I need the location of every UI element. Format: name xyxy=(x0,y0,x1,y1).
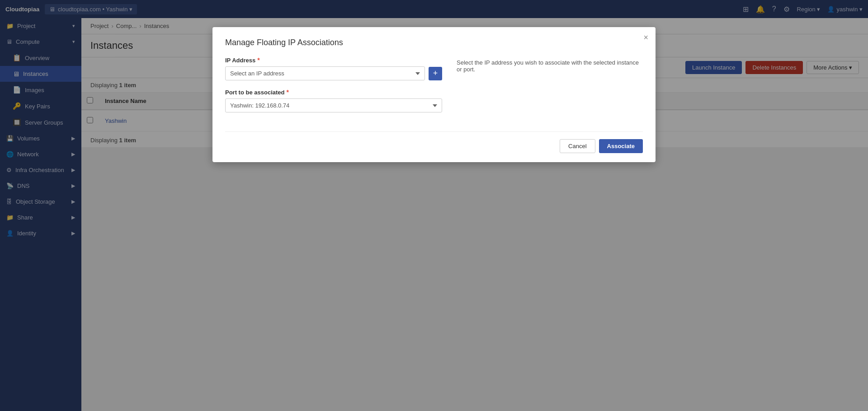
modal-title: Manage Floating IP Associations xyxy=(225,38,643,47)
associate-button[interactable]: Associate xyxy=(599,139,643,153)
port-select[interactable]: Yashwin: 192.168.0.74 xyxy=(225,98,442,112)
modal-footer: Cancel Associate xyxy=(225,131,643,153)
modal-overlay: Manage Floating IP Associations × IP Add… xyxy=(0,0,868,411)
ip-required-star: * xyxy=(257,56,259,64)
modal-body: IP Address * Select an IP address + Port… xyxy=(225,56,643,121)
ip-address-select[interactable]: Select an IP address xyxy=(225,66,425,80)
port-group: Port to be associated * Yashwin: 192.168… xyxy=(225,89,442,112)
modal-form: IP Address * Select an IP address + Port… xyxy=(225,56,442,121)
help-paragraph: Select the IP address you wish to associ… xyxy=(457,59,643,73)
modal-close-button[interactable]: × xyxy=(643,33,648,42)
port-required-star: * xyxy=(286,89,288,96)
modal-help-text: Select the IP address you wish to associ… xyxy=(457,56,643,73)
add-ip-button[interactable]: + xyxy=(429,67,442,80)
ip-address-group: IP Address * Select an IP address + xyxy=(225,56,442,80)
ip-address-label: IP Address * xyxy=(225,56,442,64)
port-label: Port to be associated * xyxy=(225,89,442,96)
ip-select-wrapper: Select an IP address + xyxy=(225,66,442,80)
cancel-button[interactable]: Cancel xyxy=(560,139,595,153)
manage-floating-ip-modal: Manage Floating IP Associations × IP Add… xyxy=(212,27,656,162)
port-select-wrapper: Yashwin: 192.168.0.74 xyxy=(225,98,442,112)
